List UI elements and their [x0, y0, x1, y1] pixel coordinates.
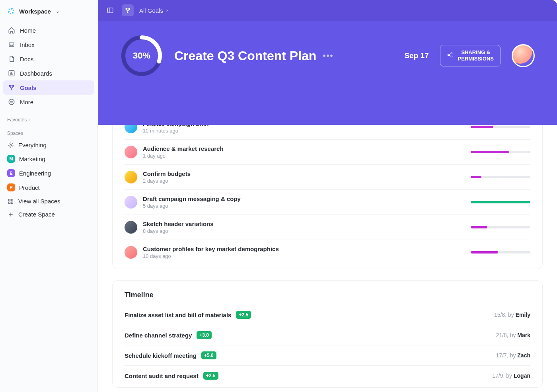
target-timestamp: 10 minutes ago [143, 128, 464, 134]
target-title: Audience & market research [143, 145, 464, 152]
breadcrumb-label: All Goals [139, 7, 163, 14]
space-view-all-label: View all Spaces [18, 198, 60, 205]
svg-rect-8 [9, 202, 10, 203]
timeline-meta: 15/8, by Emily [494, 312, 530, 318]
sharing-permissions-button[interactable]: SHARING & PERMISSIONS [440, 45, 501, 66]
timeline-score-badge: +3.0 [197, 331, 212, 339]
target-timestamp: 10 days ago [143, 253, 464, 259]
goal-title: Create Q3 Content Plan [174, 49, 316, 63]
target-title: Customer profiles for key market demogra… [143, 246, 464, 252]
timeline-title: Timeline [125, 291, 154, 299]
nav-docs[interactable]: Docs [3, 52, 94, 66]
timeline-score-badge: +2.5 [203, 372, 218, 380]
content-scroll[interactable]: Targets + Add Finalize campaign brief10 … [98, 125, 557, 392]
workspace-switcher[interactable]: Workspace ⌄ [0, 3, 97, 21]
space-create[interactable]: Create Space [0, 208, 97, 221]
space-product-label: Product [19, 184, 40, 191]
assignee-avatar [125, 146, 137, 158]
nav-home-label: Home [20, 27, 36, 34]
target-timestamp: 5 days ago [143, 203, 464, 209]
space-view-all[interactable]: View all Spaces [0, 195, 97, 208]
target-row[interactable]: Draft campaign messaging & copy5 days ag… [125, 190, 530, 215]
space-engineering-label: Engineering [19, 170, 51, 177]
timeline-row[interactable]: Content audit and request+2.517/9, by Lo… [125, 366, 530, 386]
timeline-row[interactable]: Schedule kickoff meeting+5.017/7, by Zac… [125, 345, 530, 366]
app-logo-icon [7, 7, 15, 15]
svg-point-2 [10, 101, 11, 102]
timeline-item-title: Finalize asset list and bill of material… [125, 312, 231, 318]
assignee-avatar [125, 171, 137, 183]
target-title: Finalize campaign brief [143, 125, 464, 127]
target-row[interactable]: Sketch header variations8 days ago [125, 215, 530, 240]
nav-inbox-label: Inbox [20, 41, 35, 48]
nav-more-label: More [20, 99, 33, 105]
nav-docs-label: Docs [20, 56, 33, 62]
target-timestamp: 8 days ago [143, 228, 464, 234]
doc-icon [8, 55, 15, 62]
timeline-score-badge: +2.5 [236, 311, 251, 319]
breadcrumb-all-goals[interactable]: All Goals › [139, 7, 168, 14]
space-badge-m: M [7, 155, 15, 163]
nav-home[interactable]: Home [3, 23, 94, 37]
space-engineering[interactable]: E Engineering [0, 166, 97, 180]
goal-hero: 30% Create Q3 Content Plan ••• Sep 17 SH… [98, 21, 557, 125]
timeline-item-title: Schedule kickoff meeting [125, 352, 197, 359]
chevron-right-icon: › [166, 8, 168, 13]
target-progress-bar [471, 251, 530, 254]
nav-dashboards[interactable]: Dashboards [3, 66, 94, 80]
assignee-avatar [125, 125, 137, 133]
target-row[interactable]: Customer profiles for key market demogra… [125, 240, 530, 265]
target-timestamp: 1 day ago [143, 153, 464, 159]
assignee-avatar [125, 196, 137, 209]
space-everything[interactable]: Everything [0, 138, 97, 152]
target-row[interactable]: Confirm budgets2 days ago [125, 165, 530, 190]
favorites-section[interactable]: Favorites › [0, 111, 97, 125]
goal-options-button[interactable]: ••• [323, 51, 333, 60]
topbar: All Goals › [98, 0, 557, 21]
timeline-score-badge: +5.0 [201, 351, 216, 359]
target-row[interactable]: Audience & market research1 day ago [125, 140, 530, 165]
target-title: Confirm budgets [143, 170, 464, 177]
svg-rect-10 [107, 8, 113, 13]
goals-context-icon[interactable] [122, 4, 134, 16]
svg-rect-9 [11, 202, 13, 203]
timeline-row[interactable]: Define channel strategy+3.021/8, by Mark [125, 325, 530, 345]
goal-owner-avatar[interactable] [512, 44, 535, 67]
nav-more[interactable]: More [3, 95, 94, 109]
main: All Goals › 30% Create Q3 Content Plan •… [98, 0, 557, 392]
target-timestamp: 2 days ago [143, 178, 464, 184]
progress-ring: 30% [120, 34, 163, 77]
svg-rect-6 [9, 199, 10, 201]
nav-inbox[interactable]: Inbox [3, 37, 94, 52]
targets-list: Finalize campaign brief10 minutes agoAud… [125, 125, 530, 265]
svg-point-5 [10, 144, 12, 146]
more-icon [8, 98, 15, 105]
goal-due-date: Sep 17 [404, 51, 428, 60]
chevron-down-icon: ⌄ [56, 8, 60, 14]
target-progress-bar [471, 201, 530, 203]
target-progress-bar [471, 226, 530, 228]
target-row[interactable]: Finalize campaign brief10 minutes ago [125, 125, 530, 140]
favorites-label: Favorites [7, 117, 27, 123]
target-title: Sketch header variations [143, 220, 464, 227]
space-product[interactable]: P Product [0, 180, 97, 195]
space-badge-p: P [7, 183, 15, 191]
workspace-label: Workspace [19, 8, 51, 15]
share-button-text: SHARING & PERMISSIONS [458, 49, 494, 62]
svg-point-4 [12, 101, 13, 102]
timeline-item-title: Define channel strategy [125, 332, 192, 339]
timeline-meta: 21/8, by Mark [496, 332, 530, 338]
timeline-row[interactable]: Finalize asset list and bill of material… [125, 305, 530, 325]
plus-icon [7, 211, 14, 218]
nav-dashboards-label: Dashboards [20, 70, 52, 77]
progress-percent: 30% [120, 34, 163, 77]
chevron-right-icon: › [29, 118, 30, 122]
svg-point-3 [11, 101, 12, 102]
trophy-icon [8, 84, 15, 91]
target-progress-bar [471, 176, 530, 178]
nav-goals[interactable]: Goals [3, 80, 94, 95]
everything-icon [7, 142, 14, 148]
panel-toggle-button[interactable] [104, 4, 116, 16]
space-everything-label: Everything [18, 142, 47, 148]
space-marketing[interactable]: M Marketing [0, 152, 97, 166]
